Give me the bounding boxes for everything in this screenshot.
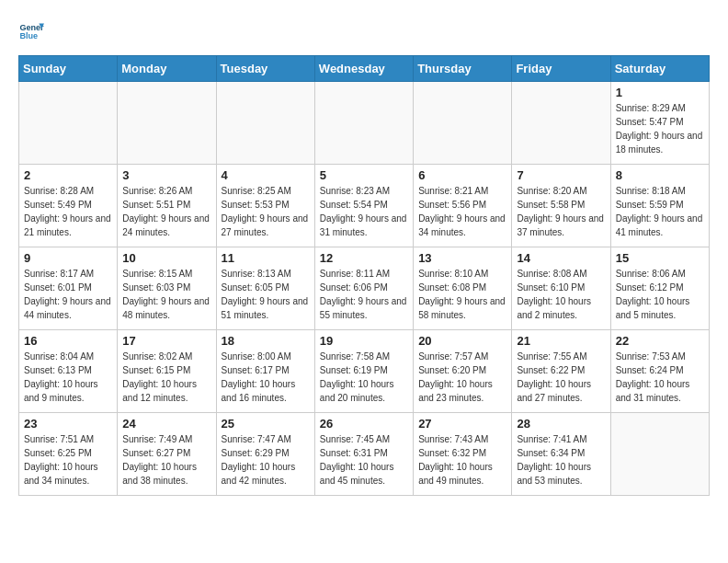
day-info: Sunrise: 7:55 AM Sunset: 6:22 PM Dayligh… — [517, 350, 605, 405]
day-number: 18 — [222, 334, 310, 348]
svg-text:Blue: Blue — [19, 31, 38, 40]
calendar-cell: 10Sunrise: 8:15 AM Sunset: 6:03 PM Dayli… — [118, 247, 216, 330]
calendar-cell: 13Sunrise: 8:10 AM Sunset: 6:08 PM Dayli… — [414, 247, 512, 330]
calendar-cell — [414, 82, 512, 165]
day-info: Sunrise: 8:23 AM Sunset: 5:54 PM Dayligh… — [320, 184, 408, 239]
day-number: 6 — [418, 168, 506, 182]
day-number: 19 — [320, 334, 408, 348]
calendar-cell — [314, 82, 413, 165]
day-info: Sunrise: 7:51 AM Sunset: 6:25 PM Dayligh… — [24, 432, 112, 488]
day-info: Sunrise: 7:57 AM Sunset: 6:20 PM Dayligh… — [418, 350, 506, 405]
day-number: 21 — [517, 334, 605, 348]
calendar-cell: 5Sunrise: 8:23 AM Sunset: 5:54 PM Daylig… — [314, 165, 413, 247]
day-info: Sunrise: 8:02 AM Sunset: 6:15 PM Dayligh… — [122, 350, 210, 405]
calendar-cell: 4Sunrise: 8:25 AM Sunset: 5:53 PM Daylig… — [216, 165, 314, 247]
calendar-cell — [216, 82, 314, 165]
day-info: Sunrise: 8:15 AM Sunset: 6:03 PM Dayligh… — [122, 267, 210, 322]
day-number: 23 — [24, 417, 112, 431]
calendar-cell — [118, 82, 216, 165]
day-number: 22 — [616, 334, 704, 348]
calendar-cell: 6Sunrise: 8:21 AM Sunset: 5:56 PM Daylig… — [414, 165, 512, 247]
weekday-wednesday: Wednesday — [314, 56, 413, 82]
day-number: 11 — [222, 251, 310, 265]
day-number: 5 — [320, 168, 408, 182]
day-info: Sunrise: 8:13 AM Sunset: 6:05 PM Dayligh… — [222, 267, 310, 322]
calendar-cell: 20Sunrise: 7:57 AM Sunset: 6:20 PM Dayli… — [414, 330, 512, 413]
day-info: Sunrise: 7:41 AM Sunset: 6:34 PM Dayligh… — [517, 432, 605, 488]
calendar-cell: 21Sunrise: 7:55 AM Sunset: 6:22 PM Dayli… — [512, 330, 610, 413]
day-info: Sunrise: 8:28 AM Sunset: 5:49 PM Dayligh… — [24, 184, 112, 239]
day-info: Sunrise: 8:08 AM Sunset: 6:10 PM Dayligh… — [517, 267, 605, 322]
day-number: 2 — [24, 168, 112, 182]
day-info: Sunrise: 8:21 AM Sunset: 5:56 PM Dayligh… — [418, 184, 506, 239]
day-number: 7 — [517, 168, 605, 182]
day-info: Sunrise: 7:47 AM Sunset: 6:29 PM Dayligh… — [222, 432, 310, 488]
day-info: Sunrise: 7:45 AM Sunset: 6:31 PM Dayligh… — [320, 432, 408, 488]
weekday-saturday: Saturday — [610, 56, 709, 82]
calendar-cell: 16Sunrise: 8:04 AM Sunset: 6:13 PM Dayli… — [19, 330, 118, 413]
day-number: 26 — [320, 417, 408, 431]
calendar-body: 1Sunrise: 8:29 AM Sunset: 5:47 PM Daylig… — [19, 82, 710, 496]
weekday-sunday: Sunday — [19, 56, 118, 82]
day-info: Sunrise: 7:49 AM Sunset: 6:27 PM Dayligh… — [122, 432, 210, 488]
calendar-cell: 15Sunrise: 8:06 AM Sunset: 6:12 PM Dayli… — [610, 247, 709, 330]
calendar-cell: 9Sunrise: 8:17 AM Sunset: 6:01 PM Daylig… — [19, 247, 118, 330]
calendar-cell: 18Sunrise: 8:00 AM Sunset: 6:17 PM Dayli… — [216, 330, 314, 413]
calendar-week-5: 23Sunrise: 7:51 AM Sunset: 6:25 PM Dayli… — [19, 413, 710, 496]
day-info: Sunrise: 8:25 AM Sunset: 5:53 PM Dayligh… — [222, 184, 310, 239]
weekday-tuesday: Tuesday — [216, 56, 314, 82]
day-info: Sunrise: 8:26 AM Sunset: 5:51 PM Dayligh… — [122, 184, 210, 239]
weekday-header-row: SundayMondayTuesdayWednesdayThursdayFrid… — [19, 56, 710, 82]
day-info: Sunrise: 8:11 AM Sunset: 6:06 PM Dayligh… — [320, 267, 408, 322]
calendar-cell: 25Sunrise: 7:47 AM Sunset: 6:29 PM Dayli… — [216, 413, 314, 496]
calendar-cell — [19, 82, 118, 165]
weekday-friday: Friday — [512, 56, 610, 82]
calendar-cell: 24Sunrise: 7:49 AM Sunset: 6:27 PM Dayli… — [118, 413, 216, 496]
weekday-thursday: Thursday — [414, 56, 512, 82]
calendar-cell: 27Sunrise: 7:43 AM Sunset: 6:32 PM Dayli… — [414, 413, 512, 496]
day-number: 17 — [122, 334, 210, 348]
day-info: Sunrise: 7:58 AM Sunset: 6:19 PM Dayligh… — [320, 350, 408, 405]
day-number: 14 — [517, 251, 605, 265]
day-number: 9 — [24, 251, 112, 265]
day-info: Sunrise: 8:17 AM Sunset: 6:01 PM Dayligh… — [24, 267, 112, 322]
day-number: 16 — [24, 334, 112, 348]
calendar-week-3: 9Sunrise: 8:17 AM Sunset: 6:01 PM Daylig… — [19, 247, 710, 330]
day-number: 4 — [222, 168, 310, 182]
calendar-cell: 26Sunrise: 7:45 AM Sunset: 6:31 PM Dayli… — [314, 413, 413, 496]
general-blue-logo: General Blue — [18, 18, 44, 44]
day-number: 10 — [122, 251, 210, 265]
day-number: 27 — [418, 417, 506, 431]
day-number: 8 — [616, 168, 704, 182]
calendar-cell: 17Sunrise: 8:02 AM Sunset: 6:15 PM Dayli… — [118, 330, 216, 413]
calendar-cell: 3Sunrise: 8:26 AM Sunset: 5:51 PM Daylig… — [118, 165, 216, 247]
day-info: Sunrise: 8:29 AM Sunset: 5:47 PM Dayligh… — [616, 101, 704, 156]
weekday-monday: Monday — [118, 56, 216, 82]
calendar-cell — [610, 413, 709, 496]
calendar-cell: 1Sunrise: 8:29 AM Sunset: 5:47 PM Daylig… — [610, 82, 709, 165]
day-number: 1 — [616, 86, 704, 99]
day-number: 3 — [122, 168, 210, 182]
calendar-cell: 14Sunrise: 8:08 AM Sunset: 6:10 PM Dayli… — [512, 247, 610, 330]
day-number: 20 — [418, 334, 506, 348]
day-info: Sunrise: 8:10 AM Sunset: 6:08 PM Dayligh… — [418, 267, 506, 322]
day-info: Sunrise: 8:04 AM Sunset: 6:13 PM Dayligh… — [24, 350, 112, 405]
calendar-cell: 8Sunrise: 8:18 AM Sunset: 5:59 PM Daylig… — [610, 165, 709, 247]
day-info: Sunrise: 7:53 AM Sunset: 6:24 PM Dayligh… — [616, 350, 704, 405]
day-info: Sunrise: 8:20 AM Sunset: 5:58 PM Dayligh… — [517, 184, 605, 239]
day-number: 15 — [616, 251, 704, 265]
day-info: Sunrise: 8:00 AM Sunset: 6:17 PM Dayligh… — [222, 350, 310, 405]
day-info: Sunrise: 8:18 AM Sunset: 5:59 PM Dayligh… — [616, 184, 704, 239]
day-number: 13 — [418, 251, 506, 265]
day-info: Sunrise: 8:06 AM Sunset: 6:12 PM Dayligh… — [616, 267, 704, 322]
calendar-cell — [512, 82, 610, 165]
calendar-week-2: 2Sunrise: 8:28 AM Sunset: 5:49 PM Daylig… — [19, 165, 710, 247]
calendar-week-4: 16Sunrise: 8:04 AM Sunset: 6:13 PM Dayli… — [19, 330, 710, 413]
day-number: 12 — [320, 251, 408, 265]
calendar-cell: 2Sunrise: 8:28 AM Sunset: 5:49 PM Daylig… — [19, 165, 118, 247]
calendar-cell: 12Sunrise: 8:11 AM Sunset: 6:06 PM Dayli… — [314, 247, 413, 330]
calendar-cell: 23Sunrise: 7:51 AM Sunset: 6:25 PM Dayli… — [19, 413, 118, 496]
calendar-cell: 7Sunrise: 8:20 AM Sunset: 5:58 PM Daylig… — [512, 165, 610, 247]
day-info: Sunrise: 7:43 AM Sunset: 6:32 PM Dayligh… — [418, 432, 506, 488]
calendar-cell: 28Sunrise: 7:41 AM Sunset: 6:34 PM Dayli… — [512, 413, 610, 496]
